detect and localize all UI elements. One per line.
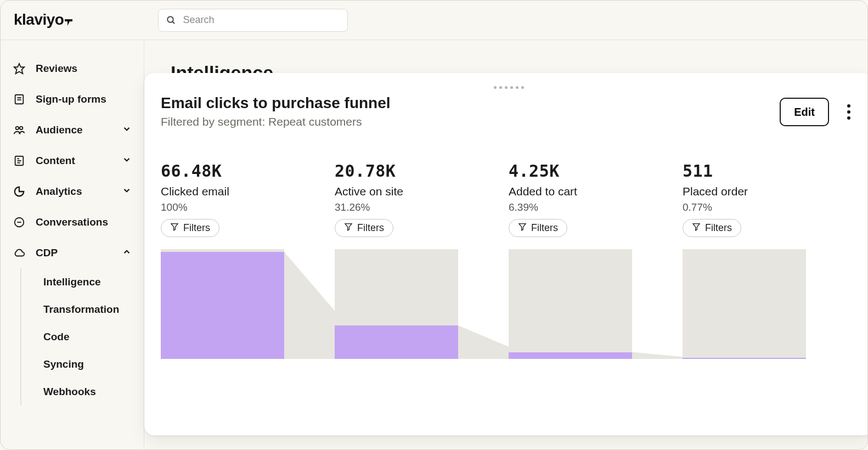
drag-handle-icon[interactable] — [161, 86, 856, 89]
sidebar: Reviews Sign-up forms Audience — [1, 40, 144, 449]
sidebar-item-label: Sign-up forms — [36, 93, 106, 105]
funnel-bar-bg — [683, 249, 806, 359]
sidebar-item-signup-forms[interactable]: Sign-up forms — [1, 84, 144, 115]
more-actions-button[interactable] — [841, 101, 856, 123]
filters-chip-label: Filters — [705, 222, 732, 234]
star-icon — [13, 63, 26, 75]
sidebar-item-label: Analytics — [36, 185, 82, 198]
filter-icon — [170, 222, 179, 234]
svg-point-0 — [168, 16, 174, 22]
svg-marker-18 — [519, 224, 526, 230]
funnel-chart: 66.48K Clicked email 100% Filters — [161, 161, 856, 359]
sidebar-subitems-cdp: Intelligence Transformation Code Syncing… — [20, 268, 144, 406]
funnel-step: 4.25K Added to cart 6.39% Filters — [509, 161, 683, 359]
funnel-step-percent: 0.77% — [683, 201, 829, 213]
funnel-card: Email clicks to purchase funnel Filtered… — [144, 73, 867, 435]
svg-marker-20 — [693, 224, 700, 230]
funnel-bar-fill — [683, 358, 806, 359]
sidebar-item-label: Reviews — [36, 63, 77, 75]
funnel-step-label: Placed order — [683, 185, 829, 198]
sidebar-item-content[interactable]: Content — [1, 145, 144, 176]
brand-text: klaviyo — [14, 11, 64, 29]
chat-icon — [13, 216, 26, 228]
topbar: klaviyo — [1, 1, 867, 40]
content-icon — [13, 155, 26, 167]
sidebar-item-audience[interactable]: Audience — [1, 115, 144, 145]
funnel-step-label: Active on site — [335, 185, 481, 198]
sidebar-item-label: Conversations — [36, 216, 108, 228]
sidebar-item-analytics[interactable]: Analytics — [1, 176, 144, 207]
funnel-step: 66.48K Clicked email 100% Filters — [161, 161, 335, 359]
funnel-step-label: Clicked email — [161, 185, 307, 198]
sidebar-subitem-label: Intelligence — [43, 276, 101, 288]
funnel-step-percent: 100% — [161, 201, 307, 213]
main-content: Intelligence Email clicks to purchase fu… — [144, 40, 867, 449]
funnel-bar-fill — [335, 325, 458, 359]
sidebar-item-conversations[interactable]: Conversations — [1, 207, 144, 238]
filters-chip[interactable]: Filters — [335, 219, 393, 237]
chevron-down-icon — [122, 185, 132, 198]
funnel-bar-bg — [509, 249, 632, 359]
svg-point-6 — [16, 127, 19, 130]
cloud-icon — [13, 247, 26, 259]
funnel-step-value: 66.48K — [161, 161, 307, 181]
filter-icon — [692, 222, 701, 234]
funnel-step-value: 20.78K — [335, 161, 481, 181]
funnel-step-value: 4.25K — [509, 161, 655, 181]
filters-chip-label: Filters — [183, 222, 210, 234]
sidebar-subitem-label: Code — [43, 331, 70, 343]
filters-chip[interactable]: Filters — [509, 219, 567, 237]
search-input[interactable] — [183, 14, 340, 26]
sidebar-item-cdp[interactable]: CDP — [1, 238, 144, 268]
svg-line-1 — [173, 21, 175, 24]
funnel-bar-fill — [509, 352, 632, 359]
svg-marker-16 — [345, 224, 352, 230]
filters-chip-label: Filters — [357, 222, 384, 234]
chevron-down-icon — [122, 155, 132, 167]
svg-marker-2 — [14, 64, 24, 74]
sidebar-item-label: Content — [36, 155, 75, 167]
sidebar-item-reviews[interactable]: Reviews — [1, 53, 144, 84]
search-input-wrap[interactable] — [158, 9, 348, 32]
funnel-step: 511 Placed order 0.77% Filters — [683, 161, 856, 359]
analytics-icon — [13, 185, 26, 198]
sidebar-item-label: CDP — [36, 247, 58, 259]
filters-chip[interactable]: Filters — [683, 219, 741, 237]
funnel-step-percent: 6.39% — [509, 201, 655, 213]
sidebar-item-label: Audience — [36, 124, 83, 136]
people-icon — [13, 124, 26, 136]
filter-icon — [518, 222, 527, 234]
sidebar-subitem-label: Transformation — [43, 303, 119, 316]
funnel-step-label: Added to cart — [509, 185, 655, 198]
sidebar-subitem-syncing[interactable]: Syncing — [43, 351, 144, 378]
svg-point-7 — [20, 127, 22, 130]
funnel-step-value: 511 — [683, 161, 829, 181]
funnel-step-percent: 31.26% — [335, 201, 481, 213]
funnel-bar-fill — [161, 252, 284, 359]
sidebar-subitem-label: Webhooks — [43, 386, 96, 398]
search-icon — [166, 15, 176, 25]
brand-flag-icon — [65, 12, 72, 30]
edit-button[interactable]: Edit — [780, 98, 829, 126]
funnel-step: 20.78K Active on site 31.26% Filters — [335, 161, 509, 359]
brand-logo: klaviyo — [14, 11, 72, 30]
chevron-down-icon — [122, 124, 132, 137]
card-title: Email clicks to purchase funnel — [161, 94, 391, 112]
chevron-up-icon — [122, 247, 132, 260]
sidebar-subitem-intelligence[interactable]: Intelligence — [43, 268, 144, 296]
card-subtitle: Filtered by segment: Repeat customers — [161, 115, 391, 128]
filter-icon — [344, 222, 353, 234]
form-icon — [13, 93, 26, 105]
filters-chip-label: Filters — [531, 222, 558, 234]
sidebar-subitem-transformation[interactable]: Transformation — [43, 296, 144, 323]
sidebar-subitem-label: Syncing — [43, 358, 84, 370]
svg-marker-14 — [171, 224, 178, 230]
sidebar-subitem-webhooks[interactable]: Webhooks — [43, 378, 144, 406]
sidebar-subitem-code[interactable]: Code — [43, 323, 144, 351]
filters-chip[interactable]: Filters — [161, 219, 219, 237]
